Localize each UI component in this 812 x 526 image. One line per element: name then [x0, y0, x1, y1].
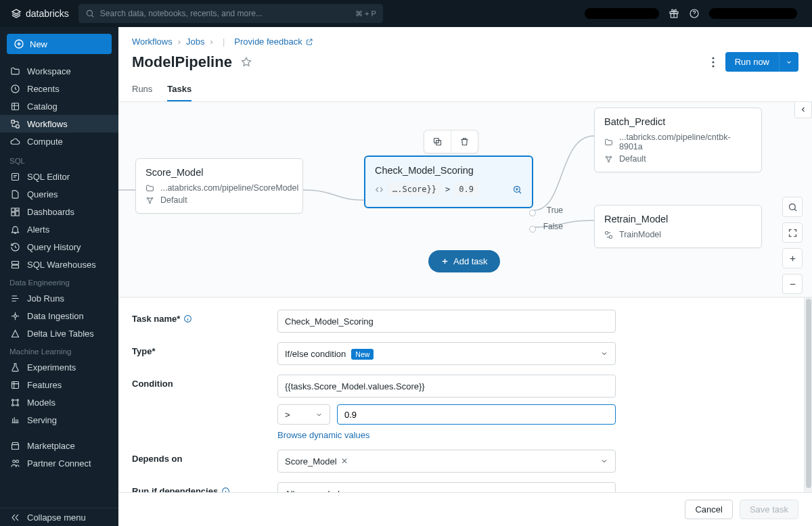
- type-select[interactable]: If/else conditionNew: [277, 342, 616, 365]
- form-footer: Cancel Save task: [118, 492, 812, 526]
- svg-point-0: [87, 10, 92, 16]
- sidebar-item-marketplace[interactable]: Marketplace: [0, 437, 118, 454]
- svg-rect-7: [11, 120, 14, 122]
- zoom-fit-button[interactable]: [782, 197, 803, 217]
- sidebar-item-job-runs[interactable]: Job Runs: [0, 289, 118, 307]
- remove-chip-icon[interactable]: ✕: [341, 456, 348, 466]
- sidebar-item-queries[interactable]: Queries: [0, 185, 118, 203]
- nav-group-head: Machine Learning: [0, 342, 118, 358]
- node-score-model[interactable]: Score_Model ...atabricks.com/pipeline/Sc…: [135, 158, 303, 214]
- node-sub: TrainModel: [619, 230, 661, 239]
- node-toolbar: [424, 130, 478, 153]
- info-icon[interactable]: [221, 487, 230, 492]
- kebab-menu[interactable]: [709, 54, 717, 70]
- sidebar-item-models[interactable]: Models: [0, 393, 118, 411]
- fullscreen-button[interactable]: [782, 222, 803, 243]
- canvas[interactable]: Score_Model ...atabricks.com/pipeline/Sc…: [118, 102, 812, 297]
- sidebar-item-query-history[interactable]: Query History: [0, 238, 118, 256]
- depends-select[interactable]: Score_Model✕: [277, 450, 616, 473]
- tab-tasks[interactable]: Tasks: [167, 78, 191, 101]
- svg-point-23: [16, 460, 18, 462]
- sidebar-item-data-ingestion[interactable]: Data Ingestion: [0, 307, 118, 325]
- chevron-right-icon: ›: [210, 37, 213, 47]
- run-now-button[interactable]: Run now: [725, 52, 779, 72]
- gift-icon[interactable]: [669, 8, 679, 19]
- server-icon: [9, 259, 20, 270]
- bell-icon: [9, 224, 20, 235]
- node-batch-predict[interactable]: Batch_Predict ...tabricks.com/pipeline/c…: [594, 107, 762, 172]
- copy-button[interactable]: [424, 130, 451, 153]
- sidebar: New Workspace Recents Catalog Workflows …: [0, 27, 118, 526]
- svg-point-36: [608, 160, 609, 162]
- sidebar-item-alerts[interactable]: Alerts: [0, 220, 118, 238]
- sidebar-item-features[interactable]: Features: [0, 376, 118, 393]
- scrollbar[interactable]: [804, 297, 812, 492]
- svg-point-29: [152, 197, 153, 199]
- sidebar-item-partner[interactable]: Partner Connect: [0, 454, 118, 472]
- svg-point-24: [712, 57, 714, 59]
- node-title: Score_Model: [136, 159, 302, 182]
- sidebar-item-recents[interactable]: Recents: [0, 80, 118, 97]
- condition-op-select[interactable]: >: [277, 404, 330, 425]
- port-true-label: True: [547, 206, 563, 215]
- new-button[interactable]: New: [7, 34, 112, 54]
- add-task-label: Add task: [453, 256, 488, 266]
- help-icon[interactable]: [689, 8, 700, 19]
- partner-icon: [9, 458, 20, 469]
- panel-collapse[interactable]: [794, 102, 812, 118]
- sidebar-item-sql-editor[interactable]: SQL Editor: [0, 168, 118, 185]
- collapse-menu[interactable]: Collapse menu: [0, 508, 118, 526]
- zoom-icon[interactable]: [512, 185, 522, 195]
- star-icon[interactable]: [240, 56, 252, 68]
- plus-icon: [441, 257, 449, 266]
- info-icon[interactable]: [183, 314, 192, 323]
- task-form: Task name* Type* If/else conditionNew Co…: [118, 297, 812, 492]
- new-badge: New: [351, 349, 374, 360]
- sidebar-item-delta-live[interactable]: Delta Live Tables: [0, 325, 118, 342]
- page-title: ModelPipeline: [132, 53, 232, 71]
- sidebar-item-sql-warehouses[interactable]: SQL Warehouses: [0, 256, 118, 273]
- run-dropdown[interactable]: [779, 52, 798, 72]
- sidebar-item-catalog[interactable]: Catalog: [0, 97, 118, 115]
- search-placeholder: Search data, notebooks, recents, and mor…: [100, 9, 263, 18]
- brand-icon: [11, 8, 22, 19]
- scrollbar-thumb[interactable]: [806, 299, 811, 488]
- breadcrumb-workflows[interactable]: Workflows: [132, 37, 173, 47]
- sidebar-item-serving[interactable]: Serving: [0, 411, 118, 429]
- sidebar-item-experiments[interactable]: Experiments: [0, 358, 118, 376]
- search-shortcut: ⌘ + P: [355, 9, 376, 18]
- svg-rect-37: [606, 231, 608, 234]
- zoom-out-button[interactable]: [782, 274, 803, 294]
- runif-select[interactable]: All succeeded: [277, 482, 616, 492]
- sidebar-item-compute[interactable]: Compute: [0, 133, 118, 150]
- zoom-in-button[interactable]: [782, 248, 803, 268]
- node-check-scoring[interactable]: Check_Model_Scoring ….Score}} > 0.9 True…: [364, 156, 533, 208]
- workflow-icon: [604, 230, 614, 239]
- search-box[interactable]: Search data, notebooks, recents, and mor…: [78, 4, 383, 23]
- history-icon: [9, 241, 20, 252]
- add-task-button[interactable]: Add task: [428, 250, 500, 272]
- browse-dynamic-link[interactable]: Browse dynamic values: [277, 430, 370, 440]
- breadcrumb-jobs[interactable]: Jobs: [186, 37, 204, 47]
- sidebar-item-workspace[interactable]: Workspace: [0, 62, 118, 80]
- sidebar-item-label: Alerts: [27, 224, 49, 235]
- brand[interactable]: databricks: [5, 8, 69, 19]
- svg-rect-15: [12, 265, 18, 268]
- feedback-link[interactable]: Provide feedback: [234, 37, 313, 47]
- node-retrain-model[interactable]: Retrain_Model TrainModel: [594, 205, 762, 248]
- condition-value-input[interactable]: [337, 404, 616, 425]
- condition-expr-input[interactable]: [277, 375, 616, 398]
- run-button-group: Run now: [725, 52, 798, 72]
- breadcrumb: Workflows › Jobs › | Provide feedback: [118, 27, 812, 51]
- sidebar-item-workflows[interactable]: Workflows: [0, 115, 118, 133]
- delete-button[interactable]: [451, 130, 478, 153]
- sidebar-item-label: Dashboards: [27, 207, 74, 217]
- node-cluster: Default: [619, 154, 646, 164]
- svg-point-21: [17, 404, 19, 406]
- sidebar-item-label: Workflows: [27, 119, 68, 129]
- cancel-button[interactable]: Cancel: [685, 500, 732, 519]
- nav-group-head: Data Engineering: [0, 273, 118, 289]
- tab-runs[interactable]: Runs: [132, 78, 152, 101]
- task-name-input[interactable]: [277, 310, 616, 333]
- sidebar-item-dashboards[interactable]: Dashboards: [0, 203, 118, 220]
